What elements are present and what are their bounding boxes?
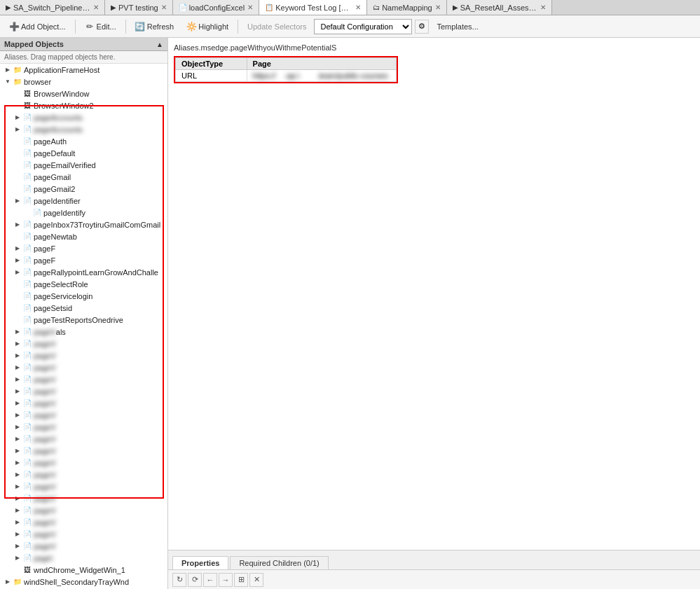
tree-item-33[interactable]: ▶ 📄 pageV (0, 457, 167, 469)
tree-item-34[interactable]: ▶ 📄 pageV (0, 469, 167, 480)
tree-item-21[interactable]: 📄 pageTestReportsOnedrive (0, 314, 167, 326)
tree-item-label: pageRallypointLearnGrowAndChalle (34, 268, 158, 277)
tree-item-22[interactable]: ▶ 📄 pageVals (0, 326, 167, 338)
tab-loadconfigexcel[interactable]: 📄loadConfigExcel✕ (173, 0, 260, 15)
tab-label: Keyword Test Log [SA_Switch_Pipe... (275, 4, 352, 12)
tree-node-icon: 📄 (22, 422, 32, 432)
tree-item-8[interactable]: 📄 pageEmailVerified (0, 159, 167, 171)
tab-sa_switch_pipeline_t[interactable]: ▶SA_Switch_Pipeline_Test✕ (0, 0, 105, 15)
tree-item-39[interactable]: ▶ 📄 pageV (0, 528, 167, 540)
tree-item-label: pageV (34, 471, 56, 479)
tree-item-9[interactable]: 📄 pageGmail (0, 171, 167, 183)
tree-item-40[interactable]: ▶ 📄 pageV (0, 540, 167, 552)
bottom-toolbar-btn-1[interactable]: ⟳ (188, 573, 202, 587)
tree-item-16[interactable]: ▶ 📄 pageF (0, 254, 167, 266)
tree-item-1[interactable]: ▼ 📁 browser (0, 76, 167, 88)
tree-arrow-icon: ▶ (13, 543, 22, 549)
tree-item-28[interactable]: ▶ 📄 pageV (0, 397, 167, 409)
tab-icon: ▶ (453, 4, 458, 11)
tree-item-label: pageF (34, 244, 55, 253)
tree-item-25[interactable]: ▶ 📄 pageV (0, 361, 167, 373)
tab-icon: 🗂 (373, 4, 380, 11)
tree-item-2[interactable]: 🖼 BrowserWindow (0, 88, 167, 99)
tree-item-27[interactable]: ▶ 📄 pageV (0, 385, 167, 397)
tab-close-icon[interactable]: ✕ (161, 4, 167, 11)
bottom-toolbar-btn-3[interactable]: → (219, 573, 233, 587)
tab-label: SA_Switch_Pipeline_Test (13, 4, 90, 12)
refresh-button[interactable]: 🔄 Refresh (130, 18, 179, 35)
tab-close-icon[interactable]: ✕ (435, 4, 441, 11)
tree-item-26[interactable]: ▶ 📄 pageV (0, 373, 167, 385)
templates-button[interactable]: Templates... (432, 18, 483, 35)
tree-item-12[interactable]: 📄 pageIdentify (0, 207, 167, 219)
tree-item-30[interactable]: ▶ 📄 pageV (0, 421, 167, 433)
tree-item-label: pageV (34, 530, 56, 539)
tree-arrow-icon: ▶ (13, 340, 22, 347)
tree-item-0[interactable]: ▶ 📁 ApplicationFrameHost (0, 64, 167, 76)
tab-sa_resetall_assessme[interactable]: ▶SA_ResetAll_Assessment✕ (447, 0, 552, 15)
tab-close-icon[interactable]: ✕ (540, 4, 546, 11)
alias-path: Aliases.msedge.pageWithyouWithmePotentia… (174, 43, 694, 52)
tree-item-35[interactable]: ▶ 📄 pageV (0, 480, 167, 492)
tree-node-icon: 📄 (22, 529, 32, 539)
tree-node-icon: 📄 (22, 184, 32, 194)
tree-item-13[interactable]: ▶ 📄 pageInbox73TroytiruGmailComGmail (0, 219, 167, 230)
tree-item-42[interactable]: 🖼 wndChrome_WidgetWin_1 (0, 564, 167, 576)
tree-item-10[interactable]: 📄 pageGmail2 (0, 183, 167, 195)
tab-close-icon[interactable]: ✕ (355, 4, 361, 11)
tree-node-icon: 📄 (22, 291, 32, 301)
tree-node-icon: 📄 (22, 256, 32, 265)
tree-item-15[interactable]: ▶ 📄 pageF (0, 242, 167, 254)
edit-button[interactable]: ✏ Edit... (80, 18, 121, 35)
tree-item-31[interactable]: ▶ 📄 pageV (0, 433, 167, 445)
config-icon[interactable]: ⚙ (415, 20, 429, 34)
bottom-toolbar-btn-4[interactable]: ⊞ (234, 573, 248, 587)
tree-item-18[interactable]: 📄 pageSelectRole (0, 278, 167, 290)
tree-item-32[interactable]: ▶ 📄 pageV (0, 445, 167, 457)
tree-item-29[interactable]: ▶ 📄 pageV (0, 409, 167, 421)
tree-item-24[interactable]: ▶ 📄 pageV (0, 349, 167, 361)
tree-item-17[interactable]: ▶ 📄 pageRallypointLearnGrowAndChalle (0, 266, 167, 278)
tree-node-icon: 📄 (22, 244, 32, 254)
tree-node-icon: 📄 (22, 399, 32, 408)
tree-item-label: pageV (34, 506, 56, 515)
tree-item-7[interactable]: 📄 pageDefault (0, 147, 167, 159)
tree-item-20[interactable]: 📄 pageSetsid (0, 302, 167, 314)
bottom-tab-1[interactable]: Required Children (0/1) (230, 556, 328, 569)
tree-item-5[interactable]: ▶ 📄 pageAccounts (0, 123, 167, 135)
tree-item-11[interactable]: ▶ 📄 pageIdentifier (0, 195, 167, 207)
update-selectors-button[interactable]: Update Selectors (242, 18, 311, 35)
tree-item-23[interactable]: ▶ 📄 pageV (0, 338, 167, 349)
edit-icon: ✏ (85, 22, 95, 32)
tab-keyword-test-log-[sa[interactable]: 📋Keyword Test Log [SA_Switch_Pipe...✕ (259, 0, 367, 15)
add-object-button[interactable]: ➕ Add Object... (4, 18, 71, 35)
tab-close-icon[interactable]: ✕ (247, 4, 253, 11)
tree-item-38[interactable]: ▶ 📄 pageV (0, 516, 167, 528)
tree-item-43[interactable]: ▶ 📁 windShell_SecondaryTrayWnd (0, 576, 167, 588)
tree-container[interactable]: ▶ 📁 ApplicationFrameHost ▼ 📁 browser 🖼 B… (0, 64, 167, 589)
tree-arrow-icon: ▶ (13, 531, 22, 537)
tree-item-label: pageV (34, 352, 56, 360)
tree-item-37[interactable]: ▶ 📄 pageV (0, 504, 167, 516)
tree-item-41[interactable]: ▶ 📄 page\ (0, 552, 167, 564)
tree-item-label: pageV (34, 399, 56, 408)
bottom-toolbar-btn-0[interactable]: ↻ (172, 573, 186, 587)
tab-close-icon[interactable]: ✕ (93, 4, 99, 11)
tree-node-icon: 📄 (22, 494, 32, 504)
bottom-toolbar-btn-2[interactable]: ← (203, 573, 217, 587)
config-select[interactable]: Default Configuration (314, 19, 412, 34)
panel-collapse-icon[interactable]: ▲ (156, 41, 163, 48)
tree-item-label: pageV (34, 518, 56, 527)
tree-item-14[interactable]: 📄 pageNewtab (0, 230, 167, 242)
tree-item-4[interactable]: ▶ 📄 pageAccounts (0, 111, 167, 123)
tree-item-6[interactable]: 📄 pageAuth (0, 135, 167, 147)
tab-pvt-testing[interactable]: ▶PVT testing✕ (105, 0, 173, 15)
tree-item-label: pageEmailVerified (34, 161, 96, 169)
tree-item-36[interactable]: ▶ 📄 pageV (0, 492, 167, 504)
tab-namemapping[interactable]: 🗂NameMapping✕ (367, 0, 447, 15)
tree-item-3[interactable]: 🖼 BrowserWindow2 (0, 99, 167, 111)
tree-item-19[interactable]: 📄 pageServicelogin (0, 290, 167, 302)
highlight-button[interactable]: 🔆 Highlight (181, 18, 233, 35)
bottom-toolbar-btn-5[interactable]: ✕ (249, 573, 263, 587)
bottom-tab-0[interactable]: Properties (172, 556, 228, 569)
